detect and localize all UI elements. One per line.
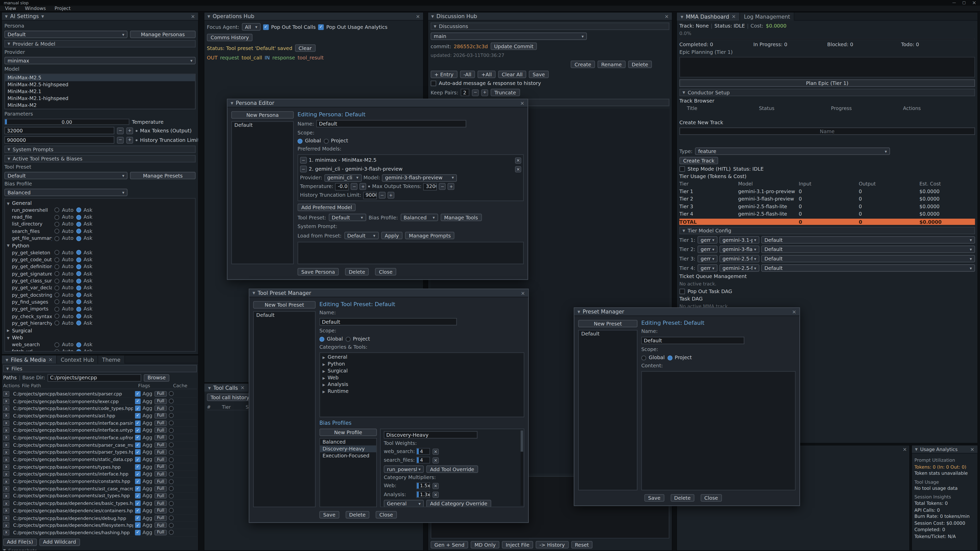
tier-model-select[interactable]: gemini-3.1-pro-preview: [719, 236, 759, 244]
track-type-select[interactable]: feature: [695, 148, 890, 155]
cache-radio[interactable]: [169, 479, 174, 484]
cache-radio[interactable]: [169, 442, 174, 448]
full-button[interactable]: Full: [154, 420, 167, 426]
increment-button[interactable]: [126, 127, 133, 134]
close-window-icon[interactable]: [972, 0, 976, 6]
tier-provider-select[interactable]: gemini: [697, 236, 718, 244]
scope-global-radio[interactable]: [298, 138, 303, 143]
full-button[interactable]: Full: [154, 493, 167, 499]
agg-checkbox[interactable]: [135, 427, 141, 433]
auto-radio[interactable]: [54, 342, 59, 347]
add-category-override-button[interactable]: Add Category Override: [426, 500, 491, 507]
new-tool-preset-button[interactable]: New Tool Preset: [253, 301, 316, 308]
agg-checkbox[interactable]: [135, 515, 141, 521]
menu-item[interactable]: View: [5, 6, 16, 11]
close-tab-icon[interactable]: [732, 14, 736, 19]
tier-provider-select[interactable]: gemini: [697, 255, 718, 262]
ask-radio[interactable]: [76, 292, 81, 298]
bias-profile-item[interactable]: Balanced: [320, 438, 376, 445]
close-button[interactable]: Close: [375, 268, 396, 275]
category-row[interactable]: Runtime: [323, 389, 522, 394]
close-panel-icon[interactable]: [970, 446, 974, 452]
full-button[interactable]: Full: [154, 486, 167, 492]
full-button[interactable]: Full: [154, 457, 167, 462]
decrement-button[interactable]: [439, 183, 446, 190]
model-list-item[interactable]: MiniMax-M2.1-highspeed: [5, 95, 195, 102]
ask-radio[interactable]: [76, 349, 81, 352]
tool-preset-manager-header[interactable]: Tool Preset Manager: [249, 289, 528, 297]
cache-radio[interactable]: [169, 472, 174, 477]
remove-file-button[interactable]: [3, 486, 9, 492]
agg-checkbox[interactable]: [135, 530, 141, 535]
model-list-item[interactable]: MiniMax-M2.1: [5, 88, 195, 95]
scope-project-radio[interactable]: [667, 355, 672, 360]
full-button[interactable]: Full: [154, 442, 167, 448]
plan-epic-button[interactable]: Plan Epic (Tier 1): [679, 79, 975, 87]
auto-radio[interactable]: [54, 278, 59, 283]
multiplier-value-input[interactable]: 1.5x: [416, 483, 430, 489]
collapse-icon[interactable]: [915, 447, 918, 451]
minimize-icon[interactable]: [952, 0, 956, 6]
collapse-icon[interactable]: [431, 14, 434, 18]
auto-radio[interactable]: [54, 321, 59, 326]
gen-send-button[interactable]: Gen + Send: [431, 541, 468, 548]
menu-item[interactable]: Project: [55, 6, 71, 11]
close-dialog-icon[interactable]: [520, 100, 524, 106]
scrollbar-thumb[interactable]: [520, 430, 523, 451]
collapse-icon[interactable]: [207, 14, 210, 18]
reset-button[interactable]: Reset: [571, 541, 593, 548]
full-button[interactable]: Full: [154, 391, 167, 397]
remove-file-button[interactable]: [3, 406, 9, 411]
remove-file-button[interactable]: [3, 493, 9, 499]
add-preferred-model-button[interactable]: Add Preferred Model: [298, 203, 356, 211]
tool-preset-select[interactable]: Default: [4, 171, 127, 179]
category-row[interactable]: Analysis: [323, 382, 522, 387]
tier-preset-select[interactable]: Default: [761, 264, 975, 272]
system-prompt-textarea[interactable]: [298, 242, 524, 264]
manage-presets-button[interactable]: Manage Presets: [130, 171, 196, 179]
tab-context-hub[interactable]: Context Hub: [57, 355, 98, 364]
cache-radio[interactable]: [169, 391, 174, 396]
remove-file-button[interactable]: [3, 449, 9, 455]
tool-group-general[interactable]: General: [7, 200, 193, 206]
remove-file-button[interactable]: [3, 413, 9, 419]
auto-radio[interactable]: [54, 300, 59, 305]
full-button[interactable]: Full: [154, 530, 167, 535]
close-tab-icon[interactable]: [240, 385, 245, 391]
agg-checkbox[interactable]: [135, 435, 141, 440]
remove-file-button[interactable]: [3, 398, 9, 404]
ask-radio[interactable]: [76, 222, 81, 227]
remove-file-button[interactable]: [3, 391, 9, 397]
model-list-item[interactable]: MiniMax-M2.5-highspeed: [5, 81, 195, 88]
manage-tools-button[interactable]: Manage Tools: [441, 214, 482, 221]
ai-settings-header[interactable]: AI Settings: [2, 13, 198, 21]
decrement-button[interactable]: [117, 127, 124, 134]
ask-radio[interactable]: [76, 264, 81, 269]
auto-radio[interactable]: [54, 229, 59, 234]
remove-file-button[interactable]: [3, 427, 9, 433]
persona-editor-header[interactable]: Persona Editor: [228, 99, 528, 107]
delete-discussion-button[interactable]: Delete: [628, 61, 652, 68]
auto-radio[interactable]: [54, 236, 59, 241]
scope-global-radio[interactable]: [641, 355, 646, 360]
full-button[interactable]: Full: [154, 413, 167, 419]
full-button[interactable]: Full: [154, 522, 167, 528]
max-output-input[interactable]: 32000: [423, 183, 437, 190]
screenshots-section-label[interactable]: Screenshots: [8, 548, 37, 551]
auto-radio[interactable]: [54, 215, 59, 220]
full-button[interactable]: Full: [154, 464, 167, 470]
save-tool-preset-button[interactable]: Save: [319, 511, 339, 518]
model-select[interactable]: gemini-3-flash-preview: [382, 174, 457, 181]
tab-tool-calls[interactable]: Tool Calls: [204, 384, 249, 392]
agg-checkbox[interactable]: [135, 413, 141, 419]
auto-radio[interactable]: [54, 222, 59, 227]
operations-hub-header[interactable]: Operations Hub: [204, 13, 423, 21]
delete-model-icon[interactable]: [515, 166, 521, 172]
update-commit-button[interactable]: Update Commit: [490, 43, 537, 50]
ask-radio[interactable]: [76, 300, 81, 305]
agg-checkbox[interactable]: [135, 522, 141, 528]
cache-radio[interactable]: [169, 435, 174, 440]
ask-radio[interactable]: [76, 208, 81, 213]
history-limit-input[interactable]: 900000: [4, 136, 115, 144]
increment-button[interactable]: [387, 192, 394, 199]
